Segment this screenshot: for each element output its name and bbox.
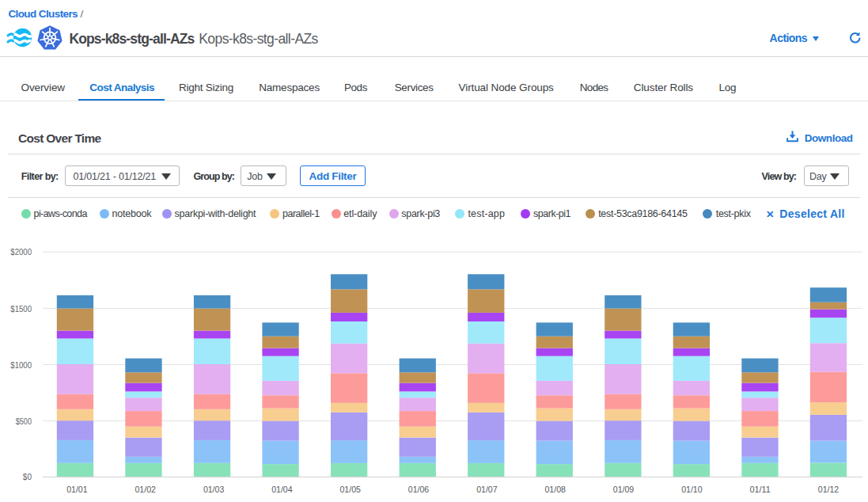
svg-text:$0: $0	[23, 472, 32, 481]
svg-text:01/04: 01/04	[271, 485, 293, 494]
svg-text:$1000: $1000	[10, 360, 32, 370]
svg-text:01/05: 01/05	[340, 485, 361, 494]
svg-text:01/11: 01/11	[750, 485, 771, 494]
svg-text:01/08: 01/08	[545, 485, 566, 494]
svg-text:01/06: 01/06	[408, 485, 429, 494]
svg-text:01/02: 01/02	[135, 485, 156, 494]
svg-text:$500: $500	[16, 416, 32, 426]
svg-text:01/07: 01/07	[476, 485, 497, 494]
svg-text:01/03: 01/03	[203, 485, 224, 494]
svg-text:01/01: 01/01	[66, 485, 87, 494]
svg-text:$2000: $2000	[10, 247, 32, 257]
svg-text:01/09: 01/09	[613, 485, 634, 494]
svg-text:01/12: 01/12	[818, 485, 839, 494]
svg-text:$1500: $1500	[10, 304, 32, 314]
svg-text:01/10: 01/10	[681, 485, 702, 494]
